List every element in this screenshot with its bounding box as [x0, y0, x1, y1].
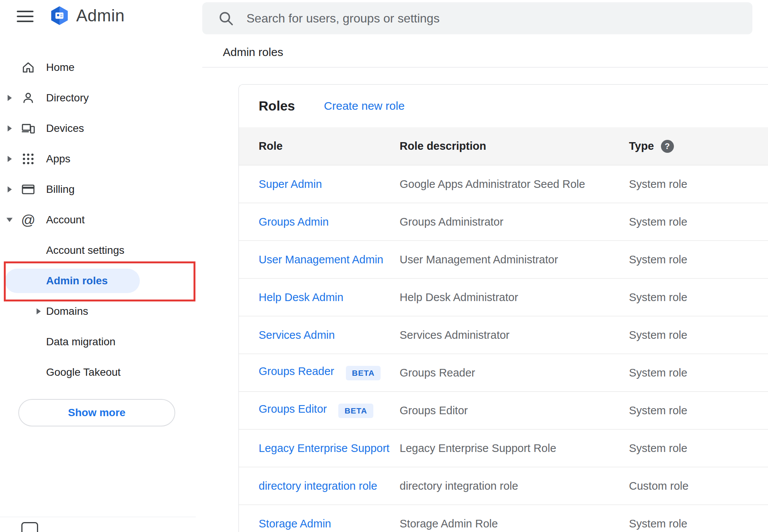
sidebar-item-home[interactable]: Home [0, 52, 196, 83]
role-description: Google Apps Administrator Seed Role [400, 178, 629, 191]
role-description: Services Administrator [400, 329, 629, 341]
expand-right-icon [8, 156, 12, 162]
help-icon[interactable]: ? [661, 140, 674, 153]
search-bar[interactable] [202, 2, 752, 34]
column-header-type: Type [629, 140, 654, 152]
role-type: System role [629, 442, 768, 455]
page-title: Roles [259, 98, 295, 114]
role-description: Help Desk Administrator [400, 291, 629, 304]
role-link[interactable]: Storage Admin [259, 518, 331, 530]
expand-right-icon [8, 186, 12, 192]
role-link[interactable]: Groups Editor [259, 403, 327, 415]
sidebar-divider [0, 517, 196, 517]
role-description: Groups Reader [400, 367, 629, 379]
table-row: Super Admin Google Apps Administrator Se… [239, 165, 768, 203]
apps-grid-icon [21, 151, 36, 167]
table-row: User Management Admin User Management Ad… [239, 240, 768, 278]
sidebar-item-label: Billing [46, 183, 75, 195]
expand-right-icon [8, 95, 12, 101]
sidebar-item-apps[interactable]: Apps [0, 144, 196, 174]
devices-icon [21, 121, 36, 136]
column-header-role: Role [259, 140, 400, 152]
sidebar-bottom-icon [21, 522, 38, 532]
table-row: Groups Editor BETA Groups Editor System … [239, 391, 768, 429]
role-description: directory integration role [400, 480, 629, 492]
role-description: Legacy Enterprise Support Role [400, 442, 629, 455]
table-row: Help Desk Admin Help Desk Administrator … [239, 278, 768, 316]
create-new-role-link[interactable]: Create new role [324, 99, 405, 112]
admin-console-page: { "header": { "search_placeholder": "Sea… [0, 0, 768, 532]
role-type: System role [629, 253, 768, 266]
role-type: System role [629, 518, 768, 530]
sidebar-nav: Home Directory Devices [0, 52, 196, 388]
sidebar-item-label: Apps [46, 153, 70, 165]
sidebar-item-domains[interactable]: Domains [0, 296, 196, 327]
expand-right-icon [37, 308, 41, 314]
sidebar-item-account[interactable]: @ Account [0, 205, 196, 235]
table-header-row: Role Role description Type ? [239, 127, 768, 165]
sidebar-item-label: Domains [46, 305, 88, 317]
role-type: System role [629, 291, 768, 304]
search-icon [218, 10, 234, 27]
sidebar: Admin Home Directory [0, 0, 196, 532]
sidebar-item-label: Data migration [46, 336, 115, 348]
beta-badge: BETA [346, 366, 381, 380]
role-type: Custom role [629, 480, 768, 492]
role-link[interactable]: User Management Admin [259, 253, 383, 266]
beta-badge: BETA [338, 404, 373, 418]
role-link[interactable]: Help Desk Admin [259, 291, 343, 303]
breadcrumb: Admin roles [223, 46, 283, 59]
menu-icon[interactable] [17, 10, 34, 22]
sidebar-item-label: Admin roles [46, 275, 108, 287]
table-row: Groups Admin Groups Administrator System… [239, 203, 768, 240]
content-divider [202, 67, 768, 67]
role-description: Groups Administrator [400, 216, 629, 228]
sidebar-item-label: Google Takeout [46, 366, 121, 378]
sidebar-item-google-takeout[interactable]: Google Takeout [0, 357, 196, 388]
roles-card: Roles Create new role Role Role descript… [238, 84, 768, 532]
table-row: Storage Admin Storage Admin Role System … [239, 505, 768, 532]
search-input[interactable] [246, 11, 752, 26]
role-type: System role [629, 329, 768, 341]
expand-right-icon [8, 125, 12, 131]
admin-logo: Admin [49, 5, 125, 26]
roles-card-header: Roles Create new role [239, 85, 768, 127]
role-type: System role [629, 367, 768, 379]
role-type: System role [629, 216, 768, 228]
sidebar-item-label: Account settings [46, 244, 124, 256]
table-row: Services Admin Services Administrator Sy… [239, 316, 768, 354]
sidebar-item-admin-roles[interactable]: Admin roles [0, 266, 196, 296]
role-type: System role [629, 404, 768, 417]
table-row: Legacy Enterprise Support Legacy Enterpr… [239, 429, 768, 467]
role-link[interactable]: Services Admin [259, 329, 335, 341]
role-description: Groups Editor [400, 404, 629, 417]
table-row: Groups Reader BETA Groups Reader System … [239, 354, 768, 391]
sidebar-item-label: Directory [46, 92, 89, 104]
role-description: Storage Admin Role [400, 518, 629, 530]
admin-hexagon-icon [49, 5, 70, 26]
role-link[interactable]: Legacy Enterprise Support [259, 442, 389, 454]
sidebar-item-devices[interactable]: Devices [0, 113, 196, 144]
role-link[interactable]: directory integration role [259, 480, 377, 492]
column-header-description: Role description [400, 140, 629, 152]
role-link[interactable]: Groups Admin [259, 216, 329, 228]
expand-down-icon [6, 218, 13, 222]
role-type: System role [629, 178, 768, 191]
product-name: Admin [76, 6, 125, 25]
sidebar-item-data-migration[interactable]: Data migration [0, 327, 196, 357]
role-link[interactable]: Groups Reader [259, 365, 334, 377]
home-icon [21, 60, 36, 75]
at-sign-icon: @ [21, 212, 36, 228]
show-more-button[interactable]: Show more [18, 399, 175, 426]
credit-card-icon [21, 182, 36, 197]
sidebar-item-label: Account [46, 214, 85, 226]
sidebar-item-label: Home [46, 61, 75, 74]
sidebar-item-billing[interactable]: Billing [0, 174, 196, 205]
sidebar-item-label: Devices [46, 122, 84, 135]
sidebar-item-directory[interactable]: Directory [0, 83, 196, 113]
table-row: directory integration role directory int… [239, 467, 768, 505]
sidebar-item-account-settings[interactable]: Account settings [0, 235, 196, 266]
role-link[interactable]: Super Admin [259, 178, 322, 190]
person-icon [21, 90, 36, 106]
role-description: User Management Administrator [400, 253, 629, 266]
